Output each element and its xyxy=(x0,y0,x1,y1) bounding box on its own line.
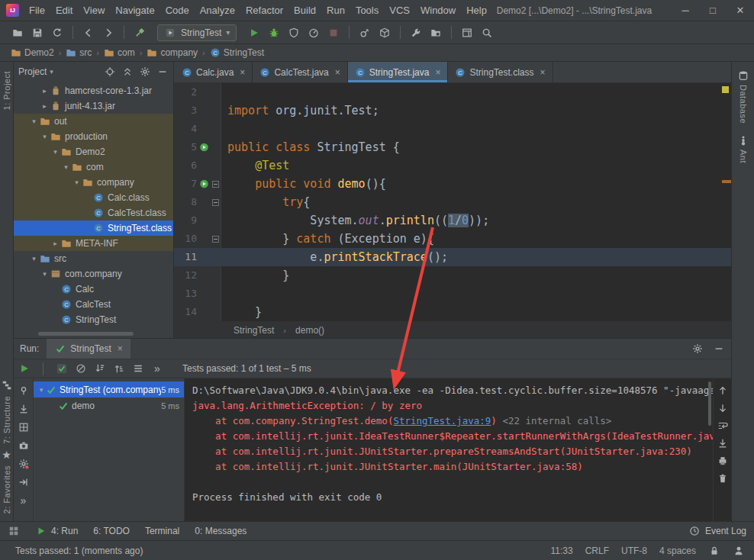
file-encoding[interactable]: UTF-8 xyxy=(621,546,647,556)
up-icon[interactable] xyxy=(717,385,728,396)
editor-tab-calc-java[interactable]: CCalc.java× xyxy=(175,62,253,82)
tool-window-switcher-icon[interactable] xyxy=(8,525,20,537)
project-tree-item[interactable]: ▾src xyxy=(14,251,173,266)
close-icon[interactable]: × xyxy=(540,67,546,78)
project-tree-item[interactable]: CCalc.class xyxy=(14,190,173,205)
tree-expanded-arrow[interactable]: ▾ xyxy=(61,163,71,171)
project-tree-item[interactable]: ▸META-INF xyxy=(14,236,173,251)
project-tree-item[interactable]: ▸junit-4.13.jar xyxy=(14,98,173,114)
editor-breadcrumb-item[interactable]: demo() xyxy=(295,325,324,336)
hector-icon[interactable] xyxy=(733,545,745,557)
code-line[interactable]: 3import org.junit.Test; xyxy=(174,101,731,120)
tree-collapsed-arrow[interactable]: ▸ xyxy=(40,102,50,110)
search-icon[interactable] xyxy=(477,24,497,42)
editor-tab-calctest-java[interactable]: CCalcTest.java× xyxy=(253,62,347,82)
menu-tools[interactable]: Tools xyxy=(350,0,384,21)
forward-icon[interactable] xyxy=(98,24,118,42)
wrench-icon[interactable] xyxy=(406,24,426,42)
tool-button-ant[interactable]: Ant xyxy=(737,134,749,174)
inspection-indicator[interactable] xyxy=(722,86,729,93)
softwrap-icon[interactable] xyxy=(717,420,728,431)
run-tab-stringtest[interactable]: StringTest × xyxy=(47,339,130,359)
open-icon[interactable] xyxy=(8,24,27,42)
close-icon[interactable]: × xyxy=(335,67,340,78)
project-tree-item[interactable]: CCalcTest.class xyxy=(14,205,173,220)
tool-window-button-4-run[interactable]: 4: Run xyxy=(35,525,78,537)
run-console[interactable]: D:\Software\Java\JDK9.0.4\bin\java.exe -… xyxy=(185,378,713,521)
run-config-selector[interactable]: StringTest▾ xyxy=(157,24,237,41)
sync-icon[interactable] xyxy=(47,24,67,42)
project-tree-item[interactable]: ▾com xyxy=(14,159,173,175)
hide-icon[interactable] xyxy=(156,66,169,78)
sort-asc-icon[interactable] xyxy=(113,362,125,375)
tool-button-database[interactable]: Database xyxy=(737,69,749,134)
project-tree-item[interactable]: ▾Demo2 xyxy=(14,144,173,159)
run-test-icon[interactable] xyxy=(199,179,209,189)
sort-desc-icon[interactable] xyxy=(94,362,106,375)
breadcrumb-item[interactable]: company xyxy=(147,47,198,58)
code-line[interactable]: 8 try{ xyxy=(174,193,731,211)
run-icon[interactable] xyxy=(18,362,31,375)
project-tree-item[interactable]: ▾production xyxy=(14,129,173,144)
lock-icon[interactable] xyxy=(708,545,720,557)
no-icon[interactable] xyxy=(75,362,87,375)
caret-position[interactable]: 11:33 xyxy=(550,546,572,556)
tree-collapsed-arrow[interactable]: ▸ xyxy=(50,240,60,247)
layout-icon[interactable] xyxy=(457,24,477,42)
fold-marker[interactable] xyxy=(211,236,220,243)
debug-icon[interactable] xyxy=(264,24,284,42)
tree-expanded-arrow[interactable]: ▾ xyxy=(72,179,82,186)
code-line[interactable]: 7 public void demo(){ xyxy=(174,175,731,193)
build-icon[interactable] xyxy=(130,24,150,42)
scrollend-icon[interactable] xyxy=(18,403,29,414)
gear-icon[interactable] xyxy=(139,66,151,78)
event-log-button[interactable]: Event Log xyxy=(688,525,746,537)
indent-style[interactable]: 4 spaces xyxy=(659,546,696,556)
breadcrumb-item[interactable]: Demo2 xyxy=(11,47,54,58)
project-tree-item[interactable]: CStringTest xyxy=(14,312,173,327)
menu-help[interactable]: Help xyxy=(461,0,492,21)
back-icon[interactable] xyxy=(79,24,98,42)
menu-navigate[interactable]: Navigate xyxy=(110,0,160,21)
project-tree-item[interactable]: ▾out xyxy=(14,114,173,129)
code-line[interactable]: 13 xyxy=(174,285,731,303)
coverage-icon[interactable] xyxy=(284,24,304,42)
editor-breadcrumb-item[interactable]: StringTest xyxy=(234,325,274,336)
tree-expanded-arrow[interactable]: ▾ xyxy=(40,270,50,278)
profiler-icon[interactable] xyxy=(304,24,324,42)
scrollend-icon[interactable] xyxy=(717,437,728,449)
tree-expanded-arrow[interactable]: ▾ xyxy=(40,133,50,140)
hide-icon[interactable] xyxy=(713,343,725,355)
fold-marker[interactable] xyxy=(211,181,220,188)
save-icon[interactable] xyxy=(27,24,47,42)
tool-window-button-terminal[interactable]: Terminal xyxy=(145,525,179,537)
box-icon[interactable] xyxy=(375,24,395,42)
breadcrumb-item[interactable]: CStringTest xyxy=(210,47,264,58)
breadcrumb-item[interactable]: com xyxy=(104,47,135,58)
project-tree-item[interactable]: CCalcTest xyxy=(14,297,173,312)
editor-tab-stringtest-class[interactable]: CStringTest.class× xyxy=(448,62,553,82)
code-line[interactable]: 14 } xyxy=(174,303,731,321)
check-box-icon[interactable] xyxy=(56,362,68,375)
more-icon[interactable]: » xyxy=(18,494,29,506)
close-icon[interactable]: × xyxy=(118,343,123,354)
tree-expanded-arrow[interactable]: ▾ xyxy=(29,117,39,125)
stack-trace-link[interactable]: StringTest.java:9 xyxy=(393,415,491,426)
chevrons-icon[interactable]: » xyxy=(151,362,163,375)
folder-gear-icon[interactable] xyxy=(426,24,446,42)
gear-icon[interactable] xyxy=(691,343,704,355)
menu-lines-icon[interactable] xyxy=(132,362,144,375)
menu-analyze[interactable]: Analyze xyxy=(195,0,240,21)
fold-marker[interactable] xyxy=(211,199,220,206)
code-line[interactable]: 4 xyxy=(174,120,731,138)
tool-window-button-6-todo[interactable]: 6: TODO xyxy=(93,525,130,537)
fold-box-icon[interactable] xyxy=(212,181,219,188)
horizontal-scrollbar[interactable] xyxy=(38,332,134,336)
scrollbar-warning-mark[interactable] xyxy=(722,180,731,183)
test-tree-item[interactable]: ▾StringTest (com.company)5 ms xyxy=(34,381,184,397)
line-separator[interactable]: CRLF xyxy=(585,546,609,556)
down-icon[interactable] xyxy=(717,402,728,414)
menu-code[interactable]: Code xyxy=(160,0,195,21)
attach-icon[interactable] xyxy=(355,24,375,42)
close-icon[interactable]: × xyxy=(240,67,245,78)
